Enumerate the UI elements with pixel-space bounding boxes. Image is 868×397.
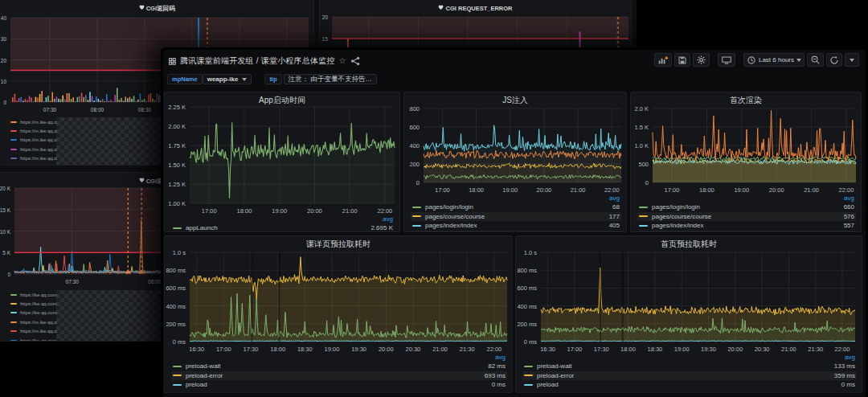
series-color-dash (10, 312, 17, 313)
star-icon[interactable]: ☆ (339, 57, 346, 65)
svg-text:0 ms: 0 ms (524, 338, 538, 346)
svg-text:07:30: 07:30 (43, 107, 57, 113)
svg-text:800 ms: 800 ms (166, 267, 186, 274)
svg-text:1.75 K: 1.75 K (168, 142, 186, 149)
legend-row[interactable]: pages/index/index557 (637, 221, 856, 231)
dashboard-settings-button[interactable] (693, 53, 710, 67)
svg-text:15: 15 (322, 36, 329, 42)
svg-text:22:00: 22:00 (839, 186, 854, 194)
svg-text:22:00: 22:00 (487, 346, 502, 353)
svg-text:17:00: 17:00 (567, 346, 583, 353)
svg-text:16:30: 16:30 (540, 346, 555, 353)
svg-text:17:30: 17:30 (244, 346, 259, 353)
svg-text:600 ms: 600 ms (517, 284, 537, 292)
legend-row[interactable]: appLaunch2.695 K (171, 223, 395, 232)
tip-note: 注意： 由于变量不支持告… (284, 74, 377, 84)
panel-home-preload: 首页预拉取耗时 1.0 s800 ms600 ms400 ms200 ms0 m… (515, 235, 862, 393)
share-icon[interactable] (350, 56, 360, 66)
svg-text:21:30: 21:30 (808, 346, 823, 353)
svg-text:10 K: 10 K (0, 229, 11, 235)
dashboard-variables-row: mpName weapp-ike tip 注意： 由于变量不支持告… (167, 74, 377, 84)
series-color-dash (10, 340, 17, 342)
legend-avg-header[interactable]: avg (411, 194, 621, 203)
series-color-dash (10, 121, 17, 123)
svg-text:18:00: 18:00 (469, 186, 484, 194)
legend-row[interactable]: preload-wait82 ms (171, 362, 507, 371)
svg-text:200 ms: 200 ms (517, 321, 537, 328)
legend-avg-header[interactable]: avg (171, 215, 395, 223)
svg-text:40: 40 (1, 15, 7, 21)
svg-text:20:00: 20:00 (769, 186, 784, 194)
legend-row[interactable]: preload0 ms (522, 380, 857, 390)
legend-row[interactable]: pages/…… (637, 231, 856, 233)
svg-text:20:00: 20:00 (727, 346, 743, 353)
legend-avg-header[interactable]: avg (171, 354, 507, 362)
svg-text:21:00: 21:00 (781, 346, 796, 353)
refresh-interval-dropdown[interactable] (845, 53, 859, 67)
variable-value-dropdown[interactable]: weapp-ike (203, 74, 252, 84)
refresh-button[interactable] (826, 53, 842, 67)
svg-text:200: 200 (409, 161, 420, 168)
svg-text:500: 500 (638, 161, 649, 168)
svg-text:08:00: 08:00 (91, 107, 104, 113)
legend-row[interactable]: preload-error693 ms (171, 371, 507, 381)
svg-text:600: 600 (409, 124, 420, 131)
save-dashboard-button[interactable] (674, 53, 690, 67)
svg-text:1.5 K: 1.5 K (634, 124, 649, 131)
legend-row[interactable]: pages/…… (411, 231, 621, 233)
legend-row[interactable]: pages/index/index405 (411, 221, 621, 231)
svg-text:18:00: 18:00 (699, 186, 714, 194)
legend-first-render: avgpages/login/login660pages/course/cour… (637, 194, 856, 232)
legend-row[interactable]: preload0 ms (171, 380, 507, 390)
svg-text:18:00: 18:00 (270, 346, 285, 353)
svg-text:5 K: 5 K (2, 250, 10, 256)
legend-row[interactable]: pages/login/login660 (637, 203, 856, 212)
panel-course-detail-preload: 课详页预拉取耗时 1.0 s800 ms600 ms400 ms200 ms0 … (164, 235, 513, 393)
legend-row[interactable]: pages/course/course177 (411, 212, 621, 222)
svg-text:17:30: 17:30 (594, 346, 609, 353)
legend-row[interactable]: preload-wait133 ms (522, 362, 857, 371)
legend-row[interactable]: pages/course/course576 (637, 212, 856, 222)
zoom-out-button[interactable] (807, 53, 824, 67)
svg-text:08:30: 08:30 (138, 107, 152, 113)
svg-text:0: 0 (3, 100, 6, 105)
legend-avg-header[interactable]: avg (522, 354, 857, 362)
series-color-dash (639, 225, 648, 227)
legend-avg-header[interactable]: avg (637, 194, 856, 203)
svg-text:20:30: 20:30 (755, 346, 770, 353)
legend-row[interactable]: pages/login/login68 (411, 203, 621, 212)
legend-course-detail-preload: avgpreload-wait82 mspreload-error693 msp… (171, 354, 507, 390)
clock-icon (747, 55, 756, 64)
svg-text:19:30: 19:30 (701, 346, 716, 353)
svg-text:18:00: 18:00 (237, 207, 252, 215)
add-panel-button[interactable] (654, 53, 672, 67)
dashboard-grid-icon (169, 58, 176, 65)
svg-text:21:00: 21:00 (432, 346, 448, 353)
svg-text:400: 400 (409, 142, 420, 149)
series-color-dash (10, 158, 17, 159)
series-color-dash (173, 366, 182, 367)
legend-row[interactable]: preload-error359 ms (522, 371, 857, 381)
chart-app-launch[interactable]: 2.25 K2.00 K1.75 K1.50 K1.25 K1.00 K17:0… (165, 92, 399, 231)
svg-text:16:30: 16:30 (189, 346, 204, 353)
svg-text:19:30: 19:30 (351, 346, 366, 353)
svg-text:1.0 s: 1.0 s (173, 249, 186, 256)
svg-text:800: 800 (409, 105, 420, 113)
series-color-dash (412, 207, 421, 208)
svg-text:17:00: 17:00 (435, 186, 450, 194)
svg-text:30: 30 (1, 36, 7, 42)
dashboard-toolbar: Last 6 hours (654, 53, 859, 67)
cycle-view-mode-button[interactable] (718, 53, 735, 67)
svg-text:21:00: 21:00 (804, 186, 819, 194)
dashboard-title[interactable]: 腾讯课堂前端开发组 / 课堂小程序总体监控 (180, 55, 335, 67)
svg-text:20:30: 20:30 (406, 346, 421, 353)
svg-text:1.25 K: 1.25 K (168, 181, 186, 188)
svg-text:0: 0 (7, 272, 10, 277)
series-color-dash (10, 139, 17, 141)
series-color-dash (412, 215, 421, 217)
series-color-dash (173, 374, 182, 376)
svg-text:19:00: 19:00 (674, 346, 690, 353)
time-range-picker[interactable]: Last 6 hours (743, 53, 805, 67)
svg-text:21:30: 21:30 (460, 346, 475, 353)
svg-text:20 K: 20 K (0, 186, 11, 191)
